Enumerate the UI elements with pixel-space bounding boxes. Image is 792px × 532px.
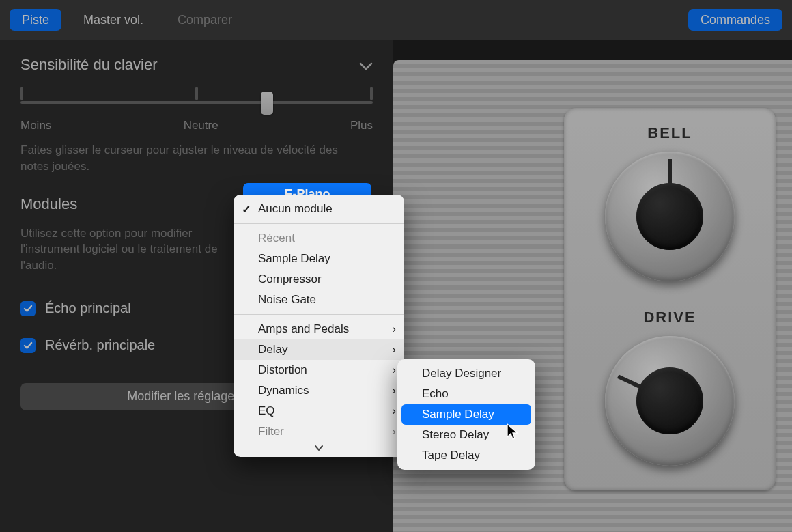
menu-item-category[interactable]: Filter› — [234, 421, 404, 442]
submenu-item[interactable]: Stereo Delay — [397, 425, 535, 445]
plugin-submenu: Delay Designer Echo Sample Delay Stereo … — [397, 359, 535, 470]
menu-item-recent[interactable]: Noise Gate — [234, 290, 404, 310]
menu-item-category[interactable]: Distortion› — [234, 360, 404, 380]
menu-item-category-delay[interactable]: Delay› — [234, 339, 404, 360]
plugin-menu: ✓Aucun module Récent Sample Delay Compre… — [234, 195, 404, 457]
menu-item-no-plugin[interactable]: ✓Aucun module — [234, 199, 404, 219]
submenu-item[interactable]: Echo — [397, 384, 535, 404]
menu-item-category[interactable]: Amps and Pedals› — [234, 319, 404, 339]
menu-scroll-down-icon[interactable] — [234, 442, 404, 453]
submenu-item[interactable]: Tape Delay — [397, 445, 535, 466]
menu-item-category[interactable]: Dynamics› — [234, 380, 404, 401]
menu-item-recent[interactable]: Compressor — [234, 269, 404, 290]
menu-item-category[interactable]: EQ› — [234, 401, 404, 421]
submenu-item-sample-delay[interactable]: Sample Delay — [401, 404, 531, 425]
submenu-item[interactable]: Delay Designer — [397, 363, 535, 384]
menu-recent-header: Récent — [234, 228, 404, 249]
menu-item-recent[interactable]: Sample Delay — [234, 249, 404, 269]
